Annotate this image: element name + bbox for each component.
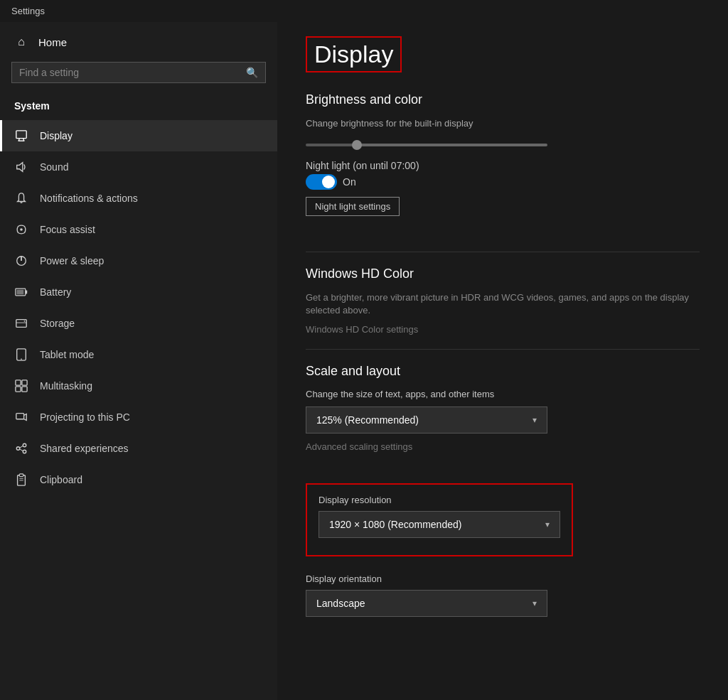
resolution-value: 1920 × 1080 (Recommended) xyxy=(329,519,461,530)
sidebar-item-focus[interactable]: Focus assist xyxy=(0,214,277,245)
brightness-description: Change brightness for the built-in displ… xyxy=(306,117,700,130)
notifications-label: Notifications & actions xyxy=(40,193,138,204)
multitasking-label: Multitasking xyxy=(40,380,92,392)
svg-rect-0 xyxy=(16,131,26,139)
sidebar-home-button[interactable]: ⌂ Home xyxy=(0,22,277,62)
home-icon: ⌂ xyxy=(14,35,28,49)
svg-point-22 xyxy=(23,443,26,447)
svg-point-5 xyxy=(20,228,23,231)
resolution-dropdown-wrap: 1920 × 1080 (Recommended) ▾ xyxy=(318,511,560,538)
sound-label: Sound xyxy=(40,161,68,173)
display-resolution-section: Display resolution 1920 × 1080 (Recommen… xyxy=(306,483,573,556)
scale-value: 125% (Recommended) xyxy=(316,414,419,426)
titlebar: Settings xyxy=(0,0,728,22)
battery-icon xyxy=(14,285,28,299)
night-light-toggle[interactable] xyxy=(306,174,337,190)
toggle-wrap: On xyxy=(306,174,700,190)
tablet-icon xyxy=(14,348,28,362)
resolution-dropdown[interactable]: 1920 × 1080 (Recommended) ▾ xyxy=(318,511,560,538)
night-light-settings-button[interactable]: Night light settings xyxy=(306,197,400,216)
orientation-chevron-icon: ▾ xyxy=(532,598,537,608)
sidebar-item-shared[interactable]: Shared experiences xyxy=(0,433,277,464)
brightness-section: Brightness and color Change brightness f… xyxy=(306,92,700,237)
scale-dropdown-wrap: 125% (Recommended) ▾ xyxy=(306,406,700,434)
brightness-heading: Brightness and color xyxy=(306,92,700,107)
sidebar-item-storage[interactable]: Storage xyxy=(0,308,277,339)
brightness-slider[interactable] xyxy=(306,144,547,146)
home-label: Home xyxy=(38,36,67,48)
shared-icon xyxy=(14,441,28,456)
toggle-text: On xyxy=(343,176,356,188)
main-layout: ⌂ Home 🔍 System Display Sound Notificat xyxy=(0,22,728,700)
svg-point-15 xyxy=(21,358,22,360)
shared-label: Shared experiences xyxy=(40,443,129,454)
app-title: Settings xyxy=(11,6,45,16)
content-area: Display Brightness and color Change brig… xyxy=(277,22,728,700)
svg-line-25 xyxy=(20,449,23,451)
svg-rect-9 xyxy=(26,291,27,294)
svg-rect-18 xyxy=(16,387,21,392)
night-light-label: Night light (on until 07:00) xyxy=(306,160,419,171)
resolution-chevron-icon: ▾ xyxy=(545,519,550,529)
search-input[interactable] xyxy=(19,67,240,78)
sidebar-item-multitasking[interactable]: Multitasking xyxy=(0,370,277,402)
svg-rect-10 xyxy=(16,290,23,295)
svg-marker-4 xyxy=(17,163,23,172)
orientation-dropdown[interactable]: Landscape ▾ xyxy=(306,590,547,617)
multitasking-icon xyxy=(14,379,28,393)
power-icon xyxy=(14,254,28,268)
storage-label: Storage xyxy=(40,318,75,329)
projecting-icon xyxy=(14,410,28,424)
battery-label: Battery xyxy=(40,286,71,298)
display-label: Display xyxy=(40,130,73,141)
brightness-slider-wrap xyxy=(306,137,700,149)
sidebar-item-projecting[interactable]: Projecting to this PC xyxy=(0,402,277,433)
sidebar-item-clipboard[interactable]: Clipboard xyxy=(0,464,277,495)
clipboard-icon xyxy=(14,473,28,487)
divider-1 xyxy=(306,252,700,252)
hd-color-heading: Windows HD Color xyxy=(306,266,700,281)
page-title: Display xyxy=(306,36,402,72)
svg-rect-17 xyxy=(22,380,27,385)
sidebar-item-notifications[interactable]: Notifications & actions xyxy=(0,183,277,214)
storage-icon xyxy=(14,316,28,330)
svg-point-23 xyxy=(23,450,26,453)
scale-chevron-icon: ▾ xyxy=(532,415,537,425)
focus-icon xyxy=(14,222,28,237)
night-light-row: Night light (on until 07:00) xyxy=(306,160,700,171)
search-box[interactable]: 🔍 xyxy=(11,62,266,83)
orientation-value: Landscape xyxy=(316,598,365,609)
sound-icon xyxy=(14,160,28,174)
scale-description: Change the size of text, apps, and other… xyxy=(306,389,700,399)
resolution-label: Display resolution xyxy=(318,495,560,505)
projecting-label: Projecting to this PC xyxy=(40,411,130,423)
scale-section: Scale and layout Change the size of text… xyxy=(306,364,700,617)
sidebar-item-power[interactable]: Power & sleep xyxy=(0,245,277,276)
sidebar-item-battery[interactable]: Battery xyxy=(0,276,277,308)
sidebar: ⌂ Home 🔍 System Display Sound Notificat xyxy=(0,22,277,700)
sidebar-item-sound[interactable]: Sound xyxy=(0,151,277,183)
clipboard-label: Clipboard xyxy=(40,474,82,485)
sidebar-item-display[interactable]: Display xyxy=(0,120,277,151)
hd-color-description: Get a brighter, more vibrant picture in … xyxy=(306,291,700,317)
svg-rect-27 xyxy=(19,474,23,477)
orientation-label: Display orientation xyxy=(306,574,700,584)
power-label: Power & sleep xyxy=(40,255,104,266)
svg-point-21 xyxy=(16,447,20,451)
scale-heading: Scale and layout xyxy=(306,364,700,379)
svg-point-13 xyxy=(24,321,26,322)
advanced-scaling-link[interactable]: Advanced scaling settings xyxy=(306,441,412,452)
hd-color-section: Windows HD Color Get a brighter, more vi… xyxy=(306,266,700,334)
sidebar-section-title: System xyxy=(0,95,277,120)
svg-line-24 xyxy=(20,446,23,448)
orientation-section: Display orientation Landscape ▾ xyxy=(306,574,700,617)
hd-color-settings-link[interactable]: Windows HD Color settings xyxy=(306,324,418,335)
svg-rect-16 xyxy=(16,380,21,385)
sidebar-item-tablet[interactable]: Tablet mode xyxy=(0,339,277,370)
divider-2 xyxy=(306,349,700,350)
svg-rect-20 xyxy=(16,414,24,419)
scale-dropdown[interactable]: 125% (Recommended) ▾ xyxy=(306,406,547,434)
display-icon xyxy=(14,129,28,143)
tablet-label: Tablet mode xyxy=(40,349,94,360)
focus-label: Focus assist xyxy=(40,224,95,235)
